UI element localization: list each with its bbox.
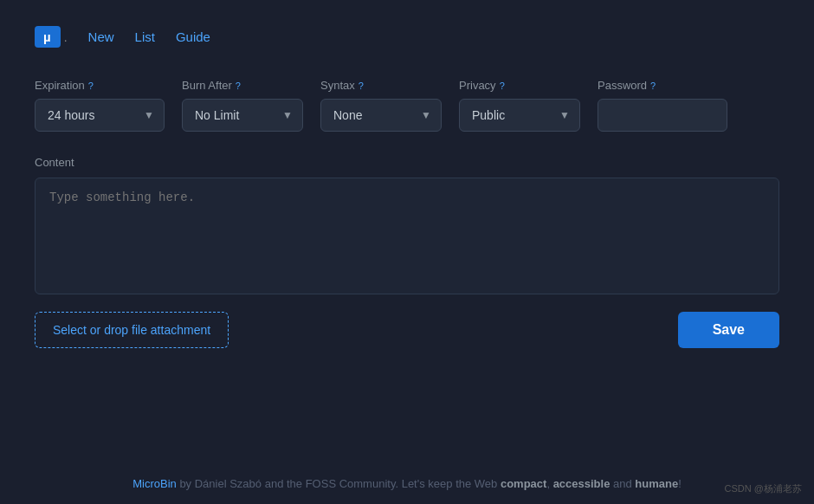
save-button[interactable]: Save xyxy=(678,312,779,348)
password-input[interactable] xyxy=(598,99,727,132)
content-textarea[interactable] xyxy=(35,178,779,294)
expiration-label: Expiration ? xyxy=(35,79,165,92)
file-attachment-button[interactable]: Select or drop file attachment xyxy=(35,312,229,348)
password-help-icon[interactable]: ? xyxy=(650,81,656,91)
content-label: Content xyxy=(35,156,779,169)
burn-after-select[interactable]: No Limit 1 read 2 reads 5 reads 10 reads xyxy=(182,99,303,132)
password-label: Password ? xyxy=(598,79,727,92)
footer-text: by Dániel Szabó and the FOSS Community. … xyxy=(177,477,501,490)
syntax-group: Syntax ? None Plain Text JavaScript Pyth… xyxy=(320,79,442,132)
expiration-group: Expiration ? Never 10 minutes 1 hour 24 … xyxy=(35,79,165,132)
fields-row: Expiration ? Never 10 minutes 1 hour 24 … xyxy=(35,79,779,132)
nav-list[interactable]: List xyxy=(135,29,155,44)
main-container: µ . New List Guide Expiration ? Never 10… xyxy=(0,0,814,468)
privacy-select-wrapper: Public Unlisted Private ▼ xyxy=(459,99,580,132)
syntax-select-wrapper: None Plain Text JavaScript Python HTML C… xyxy=(320,99,442,132)
footer-bold3: humane xyxy=(635,477,678,490)
syntax-help-icon[interactable]: ? xyxy=(359,81,364,91)
privacy-select[interactable]: Public Unlisted Private xyxy=(459,99,580,132)
microbin-link[interactable]: MicroBin xyxy=(132,477,177,490)
logo-dot: . xyxy=(64,30,68,44)
burn-after-help-icon[interactable]: ? xyxy=(236,81,241,91)
bottom-actions: Select or drop file attachment Save xyxy=(35,312,779,348)
syntax-select[interactable]: None Plain Text JavaScript Python HTML C… xyxy=(320,99,442,132)
nav-bar: µ . New List Guide xyxy=(35,26,779,48)
nav-new[interactable]: New xyxy=(88,29,114,44)
footer-bold1: compact xyxy=(501,477,546,490)
logo-icon: µ xyxy=(35,26,61,48)
logo-area: µ . xyxy=(35,26,68,48)
burn-after-select-wrapper: No Limit 1 read 2 reads 5 reads 10 reads… xyxy=(182,99,303,132)
burn-after-label: Burn After ? xyxy=(182,79,303,92)
burn-after-group: Burn After ? No Limit 1 read 2 reads 5 r… xyxy=(182,79,303,132)
expiration-select[interactable]: Never 10 minutes 1 hour 24 hours 1 week … xyxy=(35,99,165,132)
syntax-label: Syntax ? xyxy=(320,79,442,92)
privacy-label: Privacy ? xyxy=(459,79,580,92)
footer: MicroBin by Dániel Szabó and the FOSS Co… xyxy=(0,468,814,504)
expiration-help-icon[interactable]: ? xyxy=(88,81,94,91)
footer-bold2: accessible xyxy=(553,477,610,490)
nav-guide[interactable]: Guide xyxy=(176,29,210,44)
expiration-select-wrapper: Never 10 minutes 1 hour 24 hours 1 week … xyxy=(35,99,165,132)
privacy-group: Privacy ? Public Unlisted Private ▼ xyxy=(459,79,580,132)
watermark: CSDN @杨浦老苏 xyxy=(725,482,802,495)
privacy-help-icon[interactable]: ? xyxy=(500,81,505,91)
password-group: Password ? xyxy=(598,79,727,132)
content-section: Content xyxy=(35,156,779,298)
